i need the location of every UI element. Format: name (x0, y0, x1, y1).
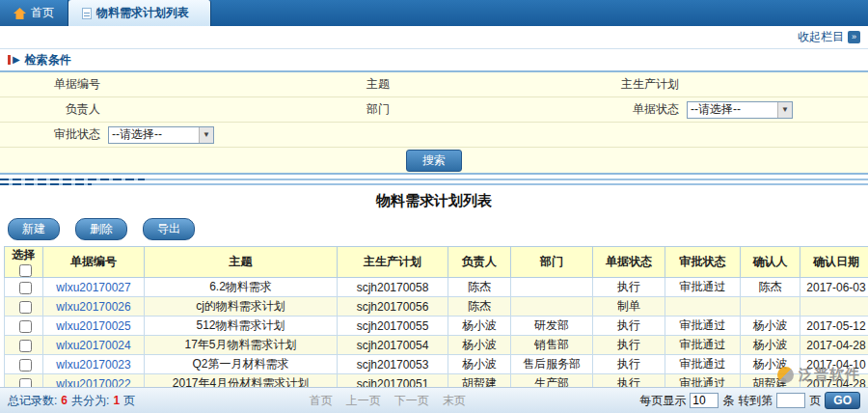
row-checkbox[interactable] (19, 320, 32, 333)
tab-home-label: 首页 (31, 5, 54, 21)
tab-home[interactable]: 首页 (0, 0, 68, 26)
document-icon (82, 8, 92, 19)
dept-label: 部门 (289, 97, 395, 123)
select-all-checkbox[interactable] (19, 264, 32, 277)
doc-no-link[interactable]: wlxu20170023 (56, 358, 130, 372)
collapse-icon[interactable]: » (848, 31, 860, 43)
table-row: wlxu20170023Q2第一月材料需求scjh20170053杨小波售后服务… (5, 355, 868, 374)
record-totals: 总记录数: 6 共分为: 1 页 (8, 393, 135, 409)
doc-no-input[interactable] (108, 76, 281, 94)
owner-label: 负责人 (0, 97, 106, 123)
doc-status-label: 单据状态 (579, 97, 685, 123)
column-header: 选择 (5, 247, 43, 278)
doc-status-select[interactable]: --请选择-- ▼ (687, 101, 793, 119)
table-row: wlxu20170026cj的物料需求计划scjh20170056陈杰制单 (5, 297, 868, 317)
search-form: 单据编号 主题 主生产计划 负责人 部门 单据状态 --请选择-- ▼ 审批状态… (0, 70, 868, 175)
material-plan-table: 选择单据编号主题主生产计划负责人部门单据状态审批状态确认人确认日期 wlxu20… (4, 246, 868, 394)
row-checkbox[interactable] (19, 301, 32, 314)
column-header: 审批状态 (665, 247, 741, 278)
subject-input[interactable] (397, 76, 570, 94)
search-section-header: ▶ 检索条件 (0, 49, 868, 70)
next-page-link[interactable]: 下一页 (394, 393, 429, 409)
table-row: wlxu2017002417年5月物料需求计划scjh20170054杨小波销售… (5, 336, 868, 355)
doc-no-link[interactable]: wlxu20170026 (56, 300, 130, 314)
doc-no-label: 单据编号 (0, 72, 106, 97)
approval-status-label: 审批状态 (0, 123, 106, 148)
collapse-bar: 收起栏目 » (0, 26, 868, 49)
total-pages-value: 1 (113, 394, 120, 407)
doc-no-link[interactable]: wlxu20170027 (56, 281, 130, 294)
go-button[interactable]: GO (825, 392, 860, 409)
chevron-down-icon: ▼ (777, 102, 792, 118)
chevron-down-icon: ▼ (199, 127, 213, 143)
column-header: 单据编号 (43, 247, 145, 278)
doc-no-link[interactable]: wlxu20170025 (56, 319, 130, 333)
row-checkbox[interactable] (19, 359, 32, 372)
owner-input[interactable] (108, 101, 281, 119)
home-icon (14, 8, 26, 19)
subject-label: 主题 (289, 72, 395, 97)
table-body: wlxu201700276.2物料需求scjh20170058陈杰执行审批通过陈… (5, 278, 868, 394)
column-header: 确认人 (741, 247, 800, 278)
doc-no-link[interactable]: wlxu20170024 (56, 339, 130, 352)
mps-input[interactable] (687, 76, 859, 94)
brand-mark: 泛普软件 (777, 366, 860, 384)
column-header: 确认日期 (800, 247, 868, 278)
column-header: 主题 (145, 247, 338, 278)
first-page-link[interactable]: 首页 (310, 393, 333, 409)
search-button[interactable]: 搜索 (406, 150, 462, 172)
table-row: wlxu201700276.2物料需求scjh20170058陈杰执行审批通过陈… (5, 278, 868, 297)
brand-logo-icon (777, 367, 794, 383)
collapse-columns-link[interactable]: 收起栏目 (798, 29, 844, 45)
row-checkbox[interactable] (19, 340, 32, 352)
header-row: 选择单据编号主题主生产计划负责人部门单据状态审批状态确认人确认日期 (5, 247, 868, 278)
tab-material-plan-list[interactable]: 物料需求计划列表 (68, 0, 211, 26)
approval-status-select[interactable]: --请选择-- ▼ (108, 126, 214, 144)
search-section-title: 检索条件 (25, 52, 71, 69)
new-button[interactable]: 新建 (8, 218, 60, 240)
column-header: 负责人 (448, 247, 511, 278)
section-divider (0, 178, 868, 188)
page-size-controls: 每页显示 条 转到第 页 GO (639, 392, 860, 409)
last-page-link[interactable]: 末页 (443, 393, 466, 409)
row-checkbox[interactable] (19, 282, 32, 294)
table-header: 选择单据编号主题主生产计划负责人部门单据状态审批状态确认人确认日期 (5, 247, 868, 278)
prev-page-link[interactable]: 上一页 (346, 393, 381, 409)
column-header: 单据状态 (593, 247, 665, 278)
column-header: 部门 (511, 247, 593, 278)
footer-bar: 总记录数: 6 共分为: 1 页 首页 上一页 下一页 末页 每页显示 条 转到… (0, 387, 868, 413)
table-row: wlxu20170025512物料需求计划scjh20170055杨小波研发部执… (5, 317, 868, 336)
section-arrow-icon: ▶ (8, 55, 20, 65)
tab-active-label: 物料需求计划列表 (96, 5, 189, 21)
action-button-row: 新建 删除 导出 (0, 216, 868, 246)
pagination: 首页 上一页 下一页 末页 (310, 393, 466, 409)
list-title: 物料需求计划列表 (0, 188, 868, 216)
export-button[interactable]: 导出 (143, 218, 195, 240)
page: 首页 物料需求计划列表 收起栏目 » ▶ 检索条件 单据编号 主题 主生产计划 … (0, 0, 868, 413)
total-records-value: 6 (61, 394, 68, 407)
tab-bar: 首页 物料需求计划列表 (0, 0, 868, 26)
brand-name: 泛普软件 (799, 366, 860, 384)
column-header: 主生产计划 (338, 247, 448, 278)
mps-label: 主生产计划 (579, 72, 685, 97)
goto-page-input[interactable] (776, 393, 805, 408)
dept-input[interactable] (397, 101, 570, 119)
page-size-input[interactable] (690, 393, 719, 408)
delete-button[interactable]: 删除 (75, 218, 127, 240)
